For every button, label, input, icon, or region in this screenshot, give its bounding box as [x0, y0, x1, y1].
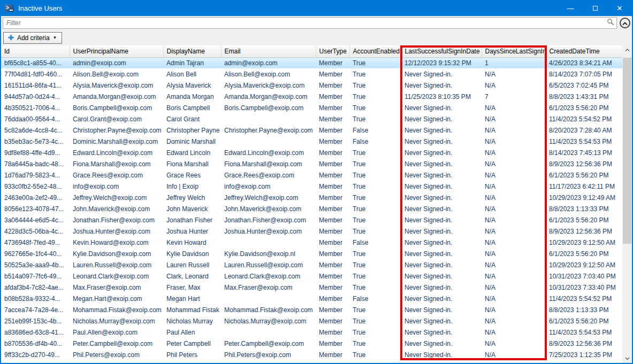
table-cell: N/A — [482, 248, 546, 259]
add-criteria-button[interactable]: ✚ Add criteria ▼ — [3, 32, 62, 44]
table-cell: 10/29/2023 9:12:49 AM — [546, 192, 622, 203]
column-header-usertype[interactable]: UserType — [316, 45, 349, 57]
table-row[interactable]: b35eb3ac-5e73-4c...Dominic.Marshall@exoi… — [1, 136, 622, 147]
table-row[interactable]: 161511d4-86fa-41...Alysia.Maverick@exoip… — [1, 80, 622, 91]
table-row[interactable]: afdaf3b4-7c82-4ae...Max.Fraser@exoip.com… — [1, 282, 622, 293]
table-cell: Kevin Howard — [163, 237, 221, 248]
table-cell: Never Signed-in. — [401, 237, 482, 248]
scroll-up-button[interactable] — [622, 45, 632, 55]
table-cell: Never Signed-in. — [401, 248, 482, 259]
column-header-createddatetime[interactable]: CreatedDateTime — [546, 45, 622, 57]
table-cell: N/A — [482, 282, 546, 293]
table-cell: True — [349, 349, 401, 360]
table-cell: Member — [316, 259, 349, 270]
table-row[interactable]: 50525a3e-aaa9-4b...Lauren.Russell@exoip.… — [1, 259, 622, 270]
table-cell: Lauren.Russell@exoip.com — [221, 259, 316, 270]
table-cell: Max.Fraser@exoip.com — [70, 282, 163, 293]
table-cell: 933c0fb2-55e2-48... — [1, 181, 70, 192]
table-row[interactable]: 933c0fb2-55e2-48...info@exoip.comInfo | … — [1, 181, 622, 192]
table-cell: 7 — [482, 91, 546, 102]
table-row[interactable]: 4736948f-7fed-49...Kevin.Howard@exoip.co… — [1, 237, 622, 248]
minimize-button[interactable]: — — [558, 0, 583, 16]
table-row[interactable]: 1d76ad79-5823-4...Grace.Rees@exoip.comGr… — [1, 169, 622, 181]
table-row[interactable]: 8056e123-4078-47...John.Maverick@exoip.c… — [1, 203, 622, 214]
column-header-lastsuccessfulsignindate[interactable]: LastSuccessfulSignInDate — [401, 45, 482, 57]
table-cell: 6/1/2023 5:56:20 PM — [546, 102, 622, 113]
table-row[interactable]: b8705536-df4b-40...Peter.Campbell@exoip.… — [1, 338, 622, 349]
table-cell: 2463e00a-2ef2-49... — [1, 192, 70, 203]
table-cell: Lauren.Russell@exoip.com — [70, 259, 163, 270]
table-row[interactable]: 78a6445a-badc-48...Fiona.Marshall@exoip.… — [1, 158, 622, 169]
table-cell: Never Signed-in. — [401, 270, 482, 282]
scroll-down-button[interactable] — [622, 354, 632, 363]
table-cell: Member — [316, 327, 349, 338]
table-row[interactable]: 251eb99f-153c-4b...Nicholas.Murray@exoip… — [1, 315, 622, 327]
table-row[interactable]: 4b350521-7006-4...Boris.Campbell@exoip.c… — [1, 102, 622, 113]
table-row[interactable]: 944d57a0-0d24-4...Amanda.Morgan@exoip.co… — [1, 91, 622, 102]
filter-input[interactable] — [5, 18, 605, 28]
table-cell: Never Signed-in. — [401, 147, 482, 158]
plus-icon: ✚ — [8, 34, 14, 41]
table-cell: Member — [316, 68, 349, 80]
table-cell: Jeffrey Welch — [163, 192, 221, 203]
close-button[interactable]: ✕ — [607, 0, 632, 16]
table-cell: Amanda.Morgan@exoip.com — [70, 91, 163, 102]
table-cell: Megan.Hart@exoip.com — [70, 293, 163, 304]
table-row[interactable]: 9ff33c2b-d270-49...Phil.Peters@exoip.com… — [1, 349, 622, 360]
table-cell: 9df8ef88-4ffe-4d9... — [1, 147, 70, 158]
table-row[interactable]: 7accea74-7a28-4e...Mohammad.Fistak@exoip… — [1, 304, 622, 315]
table-cell: True — [349, 270, 401, 282]
table-cell: Never Signed-in. — [401, 80, 482, 91]
window-title: Inactive Users — [18, 4, 62, 12]
table-row[interactable]: a83686ed-63c8-41...Paul.Allen@exoip.comP… — [1, 327, 622, 338]
table-cell: Grace Rees — [163, 169, 221, 181]
collapse-criteria-button[interactable] — [620, 18, 630, 28]
table-cell: 12/12/2023 9:15:32 PM — [401, 57, 482, 68]
table-row[interactable]: 4228d3c5-06ba-4c...Joshua.Hunter@exoip.c… — [1, 226, 622, 237]
table-cell: Jonathan Fisher — [163, 214, 221, 226]
table-cell: N/A — [482, 338, 546, 349]
table-cell: True — [349, 214, 401, 226]
table-row[interactable]: 77f04d81-fdf0-460...Alison.Bell@exoip.co… — [1, 68, 622, 80]
column-header-userprincipalname[interactable]: UserPrincipalName — [70, 45, 163, 57]
powershell-icon: > — [5, 4, 14, 12]
column-header-dayssincelastsignin[interactable]: DaysSinceLastSignIn — [482, 45, 546, 57]
table-cell: Member — [316, 338, 349, 349]
table-header-row: IdUserPrincipalNameDisplayNameEmailUserT… — [1, 45, 622, 57]
table-row[interactable]: 76ddaa00-9564-4...Carol.Grant@exoip.comC… — [1, 113, 622, 125]
table-row[interactable]: 9627665e-1fc4-40...Kylie.Davidson@exoip.… — [1, 248, 622, 259]
table-row[interactable]: 3a064444-e6d5-4c...Jonathan.Fisher@exoip… — [1, 214, 622, 226]
table-cell: 9627665e-1fc4-40... — [1, 248, 70, 259]
column-header-id[interactable]: Id — [1, 45, 70, 57]
table-row[interactable]: 9df8ef88-4ffe-4d9...Edward.Lincoln@exoip… — [1, 147, 622, 158]
table-cell: Member — [316, 214, 349, 226]
table-cell: 6/1/2023 5:56:20 PM — [546, 214, 622, 226]
table-cell: Fraser, Max — [163, 282, 221, 293]
table-cell: afdaf3b4-7c82-4ae... — [1, 282, 70, 293]
table-cell: Member — [316, 315, 349, 327]
column-header-displayname[interactable]: DisplayName — [163, 45, 221, 57]
table-row[interactable]: b514a097-7fc6-49...Leonard.Clark@exoip.c… — [1, 270, 622, 282]
table-row[interactable]: 2463e00a-2ef2-49...Jeffrey.Welch@exoip.c… — [1, 192, 622, 203]
table-row[interactable]: 5c82a6de-4cc8-4c...Christopher.Payne@exo… — [1, 125, 622, 136]
table-cell: 6/1/2023 5:56:20 PM — [546, 169, 622, 181]
table-cell: True — [349, 327, 401, 338]
table-cell: 10/29/2023 9:12:50 AM — [546, 259, 622, 270]
table-cell: 11/25/2023 8:10:35 PM — [401, 91, 482, 102]
table-cell: 11/4/2023 5:54:53 PM — [546, 136, 622, 147]
vertical-scrollbar[interactable] — [622, 45, 632, 363]
table-cell: N/A — [482, 147, 546, 158]
table-cell: 6/1/2023 5:56:20 PM — [546, 315, 622, 327]
table-row[interactable]: bf65c8c1-a855-40...admin@exoip.comAdmin … — [1, 57, 622, 68]
table-cell: Lauren Russell — [163, 259, 221, 270]
table-cell — [221, 113, 316, 125]
table-cell: Member — [316, 293, 349, 304]
table-cell: Alysia Maverick — [163, 80, 221, 91]
table-cell: Nicholas.Murray@exoip.com — [221, 315, 316, 327]
table-cell: True — [349, 315, 401, 327]
column-header-accountenabled[interactable]: AccountEnabled — [349, 45, 401, 57]
table-row[interactable]: b08b528a-9332-4...Megan.Hart@exoip.comMe… — [1, 293, 622, 304]
column-header-email[interactable]: Email — [221, 45, 316, 57]
maximize-button[interactable] — [583, 0, 607, 16]
scrollbar-thumb[interactable] — [623, 58, 631, 244]
